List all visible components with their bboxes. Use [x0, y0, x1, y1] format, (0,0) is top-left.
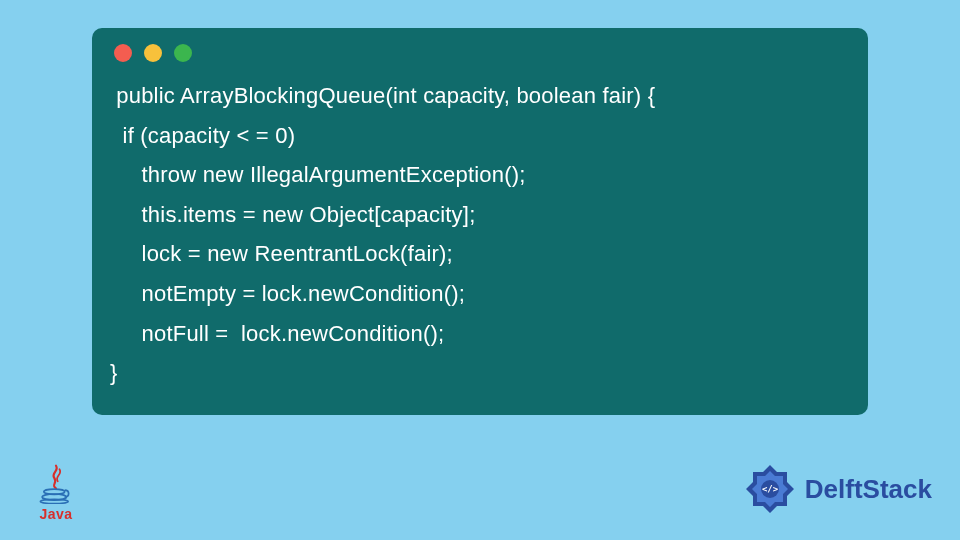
code-line: public ArrayBlockingQueue(int capacity, …	[110, 83, 655, 108]
svg-text:</>: </>	[762, 484, 779, 494]
java-logo-label: Java	[28, 506, 84, 522]
minimize-icon	[144, 44, 162, 62]
code-line: notFull = lock.newCondition();	[110, 321, 444, 346]
window-traffic-lights	[110, 44, 850, 62]
code-line: notEmpty = lock.newCondition();	[110, 281, 465, 306]
code-window: public ArrayBlockingQueue(int capacity, …	[92, 28, 868, 415]
code-line: throw new IllegalArgumentException();	[110, 162, 526, 187]
code-line: if (capacity < = 0)	[110, 123, 295, 148]
code-block: public ArrayBlockingQueue(int capacity, …	[110, 76, 850, 393]
code-line: this.items = new Object[capacity];	[110, 202, 475, 227]
code-line: }	[110, 360, 118, 385]
svg-point-2	[40, 499, 68, 503]
delftstack-badge-icon: </>	[743, 462, 797, 516]
delftstack-logo: </> DelftStack	[743, 462, 932, 516]
java-cup-icon	[36, 464, 76, 504]
close-icon	[114, 44, 132, 62]
java-logo: Java	[28, 464, 84, 522]
delftstack-logo-label: DelftStack	[805, 474, 932, 505]
maximize-icon	[174, 44, 192, 62]
code-line: lock = new ReentrantLock(fair);	[110, 241, 453, 266]
